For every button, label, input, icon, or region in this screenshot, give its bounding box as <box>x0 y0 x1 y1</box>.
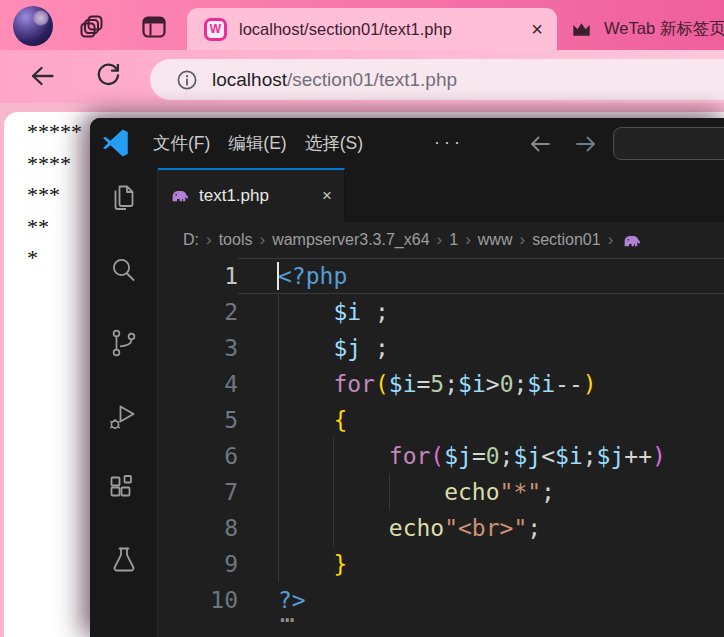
code-token: = <box>417 371 431 397</box>
code-token: 0 <box>500 371 514 397</box>
editor-tab-close-icon[interactable]: × <box>322 186 332 206</box>
line-number: 4 <box>158 366 238 402</box>
code-token <box>278 335 333 361</box>
code-token: ; <box>361 299 389 325</box>
indent-guide <box>278 474 279 510</box>
tab-close-icon[interactable]: × <box>531 19 543 39</box>
explorer-icon[interactable] <box>107 181 141 215</box>
testing-icon[interactable] <box>107 544 141 578</box>
extensions-icon[interactable] <box>107 473 141 507</box>
code-token: $i <box>458 371 486 397</box>
more-menu[interactable]: ··· <box>434 118 464 166</box>
code-line-10[interactable]: 10?>… <box>158 582 724 618</box>
split-window-icon[interactable] <box>141 14 167 40</box>
code-token: ( <box>375 371 389 397</box>
browser-tab-title: localhost/section01/text1.php <box>239 20 452 39</box>
code-token: for <box>389 443 431 469</box>
wamp-icon: W <box>204 18 227 41</box>
url-host: localhost <box>212 69 287 90</box>
reload-icon[interactable] <box>92 60 122 90</box>
code-token: $j <box>597 443 625 469</box>
browser-tab-wetab[interactable]: WeTab 新标签页 <box>557 8 724 50</box>
code-token: 0 <box>486 443 500 469</box>
code-token <box>278 551 333 577</box>
line-number: 5 <box>158 402 238 438</box>
code-line-1[interactable]: 1<?php <box>158 258 724 294</box>
breadcrumb-item[interactable]: www <box>478 231 513 249</box>
profile-avatar[interactable] <box>13 6 53 46</box>
editor-tab-text1-php[interactable]: text1.php × <box>158 168 345 222</box>
menu-s[interactable]: 选择(S) <box>296 131 372 155</box>
code-token: echo <box>389 515 444 541</box>
indent-guide <box>278 330 279 366</box>
code-line-6[interactable]: 6 for($j=0;$j<$i;$j++) <box>158 438 724 474</box>
run-debug-icon[interactable] <box>107 401 141 435</box>
url-text[interactable]: localhost/section01/text1.php <box>212 69 457 91</box>
site-info-icon[interactable] <box>176 69 198 91</box>
line-number: 8 <box>158 510 238 546</box>
code-token: = <box>472 443 486 469</box>
code-token: ; <box>541 479 555 505</box>
line-number: 6 <box>158 438 238 474</box>
code-token: ; <box>361 335 389 361</box>
indent-guide <box>389 474 390 510</box>
code-line-3[interactable]: 3 $j ; <box>158 330 724 366</box>
address-bar[interactable]: localhost/section01/text1.php <box>150 59 724 100</box>
menu-e[interactable]: 编辑(E) <box>219 131 295 155</box>
line-number: 9 <box>158 546 238 582</box>
code-line-5[interactable]: 5 { <box>158 402 724 438</box>
indent-guide <box>278 546 279 582</box>
code-line-8[interactable]: 8 echo"<br>"; <box>158 510 724 546</box>
php-elephant-icon <box>170 186 190 206</box>
code-text: for($i=5;$i>0;$i--) <box>238 366 724 402</box>
code-line-2[interactable]: 2 $i ; <box>158 294 724 330</box>
code-token <box>278 479 444 505</box>
code-token <box>278 371 333 397</box>
crumb-separator: › <box>199 230 219 250</box>
code-text: echo"*"; <box>238 474 724 510</box>
breadcrumb[interactable]: D:›tools›wampserver3.3.7_x64›1›www›secti… <box>158 222 724 258</box>
code-line-4[interactable]: 4 for($i=5;$i>0;$i--) <box>158 366 724 402</box>
breadcrumb-item[interactable]: 1 <box>449 231 458 249</box>
hint-dots: … <box>280 596 291 632</box>
wetab-icon <box>571 20 592 39</box>
code-token: $i <box>555 443 583 469</box>
code-token: ( <box>430 443 444 469</box>
code-text: $j ; <box>238 330 724 366</box>
code-token: ++ <box>624 443 652 469</box>
breadcrumb-item[interactable]: D: <box>183 231 199 249</box>
code-line-9[interactable]: 9 } <box>158 546 724 582</box>
code-text: <?php <box>238 258 724 294</box>
command-center-search[interactable] <box>613 127 724 160</box>
indent-guide <box>278 402 279 438</box>
browser-tabbar: W localhost/section01/text1.php × WeTab … <box>0 0 724 50</box>
code-line-7[interactable]: 7 echo"*"; <box>158 474 724 510</box>
menu-f[interactable]: 文件(F) <box>144 131 219 155</box>
code-editor[interactable]: 1<?php2 $i ;3 $j ;4 for($i=5;$i>0;$i--)5… <box>158 258 724 637</box>
code-token: } <box>333 551 347 577</box>
nav-forward-icon[interactable] <box>573 131 599 157</box>
code-token: { <box>333 407 347 433</box>
code-token: ) <box>652 443 666 469</box>
line-number: 10 <box>158 582 238 618</box>
vscode-titlebar[interactable]: 文件(F)编辑(E)选择(S) ··· <box>90 118 724 168</box>
code-token: < <box>541 443 555 469</box>
breadcrumb-item[interactable]: section01 <box>532 231 601 249</box>
search-icon[interactable] <box>107 254 141 288</box>
screen: W localhost/section01/text1.php × WeTab … <box>0 0 724 637</box>
breadcrumb-item[interactable]: tools <box>219 231 253 249</box>
nav-back-icon[interactable] <box>527 131 553 157</box>
code-token: for <box>333 371 375 397</box>
crumb-separator: › <box>430 230 450 250</box>
line-number: 1 <box>158 258 238 294</box>
indent-guide <box>333 438 334 474</box>
crumb-separator: › <box>601 230 621 250</box>
browser-tab-active[interactable]: W localhost/section01/text1.php × <box>187 8 557 50</box>
breadcrumb-item[interactable]: wampserver3.3.7_x64 <box>272 231 429 249</box>
source-control-icon[interactable] <box>107 326 141 360</box>
code-token: ; <box>514 371 528 397</box>
code-token: ; <box>527 515 541 541</box>
code-token: ; <box>500 443 514 469</box>
tab-groups-icon[interactable] <box>79 14 105 40</box>
back-icon[interactable] <box>26 60 58 92</box>
